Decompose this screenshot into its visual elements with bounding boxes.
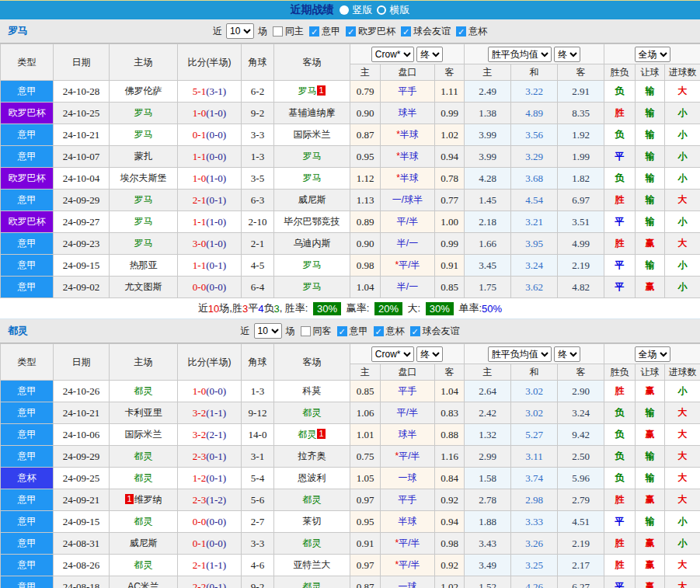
league-type[interactable]: 意甲: [1, 576, 54, 588]
away-team[interactable]: 亚特兰大: [294, 559, 331, 570]
odds-final-select[interactable]: 终: [416, 346, 443, 362]
away-team[interactable]: 国际米兰: [294, 129, 331, 140]
home-team[interactable]: 都灵: [134, 385, 153, 396]
mean-final-select[interactable]: 终: [554, 47, 580, 62]
away-team[interactable]: 都灵: [303, 407, 322, 418]
league-type[interactable]: 意甲: [1, 277, 54, 298]
league-type[interactable]: 意杯: [1, 468, 54, 489]
away-team[interactable]: 罗马: [303, 151, 322, 162]
away-team[interactable]: 罗马: [303, 259, 322, 270]
home-team[interactable]: 卡利亚里: [125, 407, 162, 418]
home-team[interactable]: 国际米兰: [125, 429, 162, 440]
mean-final-select[interactable]: 终: [554, 346, 580, 362]
home-team[interactable]: 都灵: [134, 559, 153, 570]
odds-company-select[interactable]: Crow*: [371, 346, 414, 362]
handicap-line: 半/一: [381, 233, 435, 255]
away-team[interactable]: 威尼斯: [298, 194, 326, 205]
away-team[interactable]: 罗马: [298, 85, 316, 96]
home-team[interactable]: 都灵: [134, 516, 153, 527]
home-team[interactable]: 罗马: [134, 107, 153, 118]
filter-checkbox[interactable]: ✓: [374, 326, 384, 336]
result-goals: 小: [665, 277, 700, 298]
away-team[interactable]: 毕尔巴鄂竞技: [284, 216, 340, 227]
home-team[interactable]: 都灵: [134, 472, 153, 483]
match-count-select[interactable]: 10: [254, 323, 282, 339]
filter-checkbox[interactable]: ✓: [410, 326, 420, 336]
league-type[interactable]: 意甲: [1, 511, 54, 533]
away-team[interactable]: 都灵: [298, 429, 316, 440]
home-team[interactable]: 热那亚: [130, 259, 158, 270]
match-count-select[interactable]: 10: [226, 23, 254, 39]
mean-away-odds: 4.82: [558, 277, 604, 298]
vertical-layout-radio[interactable]: [340, 5, 349, 15]
away-team[interactable]: 科莫: [303, 385, 322, 396]
away-team[interactable]: 罗马: [303, 172, 322, 183]
match-row: 意甲24-09-29都灵2-3(0-1)3-1拉齐奥0.75*平/半1.162.…: [1, 446, 700, 468]
league-type[interactable]: 意甲: [1, 489, 54, 511]
home-team[interactable]: 罗马: [134, 238, 153, 249]
team-name[interactable]: 罗马: [8, 24, 28, 38]
home-team[interactable]: 罗马: [134, 194, 153, 205]
away-team[interactable]: 恩波利: [298, 472, 326, 483]
league-type[interactable]: 意甲: [1, 146, 54, 168]
odds-company-select[interactable]: Crow*: [371, 47, 414, 62]
away-team[interactable]: 乌迪内斯: [294, 238, 331, 249]
home-team[interactable]: 威尼斯: [130, 538, 158, 548]
away-team[interactable]: 都灵: [303, 538, 322, 548]
home-team[interactable]: 尤文图斯: [125, 281, 162, 292]
league-type[interactable]: 意甲: [1, 446, 54, 468]
league-type[interactable]: 欧罗巴杯: [1, 103, 54, 124]
league-type[interactable]: 意甲: [1, 233, 54, 255]
corner-count: 6-2: [242, 81, 274, 103]
odds-group-header: Crow* 终: [350, 44, 465, 64]
team-name[interactable]: 都灵: [8, 324, 28, 338]
league-type[interactable]: 意甲: [1, 533, 54, 555]
league-type[interactable]: 意甲: [1, 124, 54, 146]
league-type[interactable]: 意甲: [1, 381, 54, 402]
league-type[interactable]: 欧罗巴杯: [1, 211, 54, 233]
home-team[interactable]: 蒙扎: [134, 151, 153, 162]
match-row: 欧罗巴杯24-10-25罗马1-0(1-0)9-2基辅迪纳摩0.90球半0.99…: [1, 103, 700, 124]
result-wdl: 负: [604, 468, 636, 489]
home-team[interactable]: 都灵: [134, 451, 153, 461]
away-team[interactable]: 基辅迪纳摩: [289, 107, 336, 118]
filter-checkbox[interactable]: ✓: [401, 26, 411, 37]
home-team[interactable]: 佛罗伦萨: [125, 85, 162, 96]
odds-final-select[interactable]: 终: [416, 47, 443, 62]
filter-checkbox[interactable]: [273, 26, 283, 37]
mean-type-select[interactable]: 胜平负均值: [488, 346, 552, 362]
handicap-line: 平手: [381, 489, 435, 511]
filter-checkbox[interactable]: [301, 326, 311, 336]
near-label: 近: [241, 325, 250, 338]
league-type[interactable]: 意甲: [1, 402, 54, 424]
league-type[interactable]: 意甲: [1, 424, 54, 446]
filter-checkbox[interactable]: ✓: [309, 26, 319, 37]
home-team[interactable]: AC米兰: [127, 581, 159, 588]
league-type[interactable]: 意甲: [1, 555, 54, 576]
home-team[interactable]: 罗马: [134, 129, 153, 140]
filter-checkbox[interactable]: ✓: [337, 326, 347, 336]
home-team[interactable]: 罗马: [134, 216, 153, 227]
scope-select[interactable]: 全场: [635, 346, 670, 362]
filter-checkbox[interactable]: ✓: [346, 26, 356, 37]
home-odds: 0.95: [350, 511, 381, 533]
away-team[interactable]: 都灵: [303, 581, 322, 588]
match-date: 24-09-15: [54, 511, 110, 533]
league-type[interactable]: 意甲: [1, 255, 54, 277]
mean-type-select[interactable]: 胜平负均值: [488, 47, 552, 62]
home-team[interactable]: 埃尔夫斯堡: [120, 172, 167, 183]
away-team[interactable]: 罗马: [303, 281, 322, 292]
league-type[interactable]: 意甲: [1, 190, 54, 211]
away-team[interactable]: 拉齐奥: [298, 451, 326, 461]
away-team[interactable]: 莱切: [303, 516, 322, 527]
away-team[interactable]: 都灵: [303, 494, 322, 505]
scope-select[interactable]: 全场: [635, 47, 670, 62]
filter-checkbox[interactable]: ✓: [456, 26, 466, 37]
league-type[interactable]: 意甲: [1, 81, 54, 103]
percentage-badge: 30%: [313, 302, 341, 315]
horizontal-layout-radio[interactable]: [377, 5, 386, 15]
league-type[interactable]: 欧罗巴杯: [1, 168, 54, 190]
home-team[interactable]: 维罗纳: [134, 494, 162, 505]
result-handicap: 赢: [636, 555, 665, 576]
match-date: 24-10-21: [54, 124, 110, 146]
